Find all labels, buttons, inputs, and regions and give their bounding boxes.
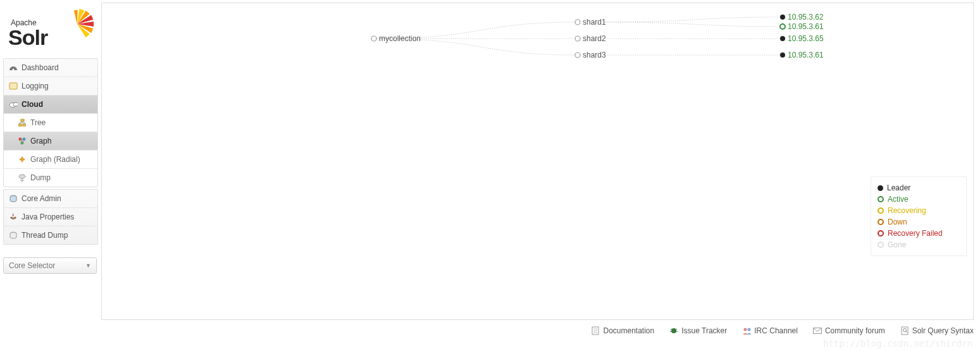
footer-label: Documentation [603,326,654,335]
sidebar-item-label: Thread Dump [22,231,68,240]
dump-icon [18,173,27,182]
logging-icon [9,82,18,90]
legend-label: Leader [887,183,910,192]
svg-point-17 [671,328,676,333]
sidebar-item-logging[interactable]: Logging [4,77,97,95]
footer-label: Issue Tracker [681,326,727,335]
recovering-dot-icon [878,207,884,214]
svg-point-3 [13,102,18,106]
graph-shard-label: shard3 [583,51,606,59]
sidebar-item-label: Graph [30,137,51,145]
graph-collection-node[interactable] [371,36,376,41]
sidebar-item-label: Tree [30,118,46,127]
core-selector-dropdown[interactable]: Core Selector ▼ [3,257,97,274]
sidebar-item-core-admin[interactable]: Core Admin [4,190,97,208]
svg-rect-1 [9,83,17,89]
sidebar-item-label: Dump [30,173,51,182]
graph-replica-node[interactable] [780,15,785,20]
cloud-icon [9,100,18,109]
java-icon [9,212,18,221]
down-dot-icon [878,219,884,225]
solr-logo[interactable]: Apache Solr [6,4,95,53]
legend-label: Recovering [888,206,926,215]
sidebar: Dashboard Logging Cloud Tree [3,58,98,274]
svg-rect-5 [18,124,22,126]
active-dot-icon [878,196,884,202]
svg-point-22 [744,328,747,331]
graph-shard-node[interactable] [575,52,580,58]
graph-replica-label: 10.95.3.62 [788,13,824,22]
sidebar-item-dashboard[interactable]: Dashboard [4,59,97,77]
graph-replica-node[interactable] [780,52,785,58]
svg-point-23 [748,328,751,331]
thread-icon [9,231,18,240]
footer-label: Solr Query Syntax [912,326,974,335]
footer-irc[interactable]: IRC Channel [742,326,798,335]
graph-shard-label: shard1 [583,18,606,27]
footer-issue-tracker[interactable]: Issue Tracker [669,326,727,335]
sidebar-sub-graph[interactable]: Graph [4,132,97,151]
sidebar-item-thread-dump[interactable]: Thread Dump [4,226,97,244]
graph-replica-label: 10.95.3.65 [788,34,824,43]
graph-replica-node[interactable] [780,24,785,29]
cloud-graph-panel: mycollection shard1 shard2 shard3 10.95.… [101,3,974,320]
sidebar-item-label: Logging [22,82,49,90]
gone-dot-icon [878,242,884,248]
sidebar-item-label: Core Admin [22,194,61,203]
graph-shard-node[interactable] [575,36,580,41]
core-admin-icon [9,194,18,203]
leader-dot-icon [878,185,883,191]
sun-icon [56,4,94,42]
sidebar-sub-tree[interactable]: Tree [4,114,97,132]
query-icon [900,326,909,335]
graph-legend: Leader Active Recovering Down Recovery F… [871,176,967,256]
graph-replica-node[interactable] [780,36,785,41]
mail-icon [813,326,822,335]
svg-rect-25 [902,327,908,335]
legend-label: Recovery Failed [888,229,943,238]
sidebar-item-label: Java Properties [22,212,74,221]
graph-icon [18,137,27,145]
watermark-text: http://blog.csdn.net/shirdrn [823,338,972,348]
svg-rect-6 [23,124,26,126]
sidebar-item-cloud[interactable]: Cloud [4,95,97,114]
graph-shard-label: shard2 [583,34,606,43]
people-icon [742,326,751,335]
graph-collection-label: mycollection [379,34,421,43]
legend-label: Active [888,195,909,204]
sidebar-item-label: Cloud [22,100,43,109]
sidebar-item-label: Dashboard [22,63,59,72]
dashboard-icon [9,63,18,72]
cluster-graph: mycollection shard1 shard2 shard3 10.95.… [102,3,973,319]
radial-icon [18,155,27,164]
graph-replica-label: 10.95.3.61 [788,51,824,59]
logo-solr-text: Solr [8,25,47,50]
graph-replica-label: 10.95.3.61 [788,22,824,31]
footer-label: IRC Channel [754,326,798,335]
recovery-failed-dot-icon [878,230,884,237]
legend-label: Down [888,218,907,226]
footer-documentation[interactable]: Documentation [591,326,654,335]
bug-icon [669,326,678,335]
core-selector-label: Core Selector [9,261,55,270]
doc-icon [591,326,600,335]
sidebar-item-label: Graph (Radial) [30,155,80,164]
footer-query-syntax[interactable]: Solr Query Syntax [900,326,974,335]
chevron-down-icon: ▼ [85,262,91,269]
footer-label: Community forum [825,326,885,335]
svg-point-0 [13,69,15,71]
graph-shard-node[interactable] [575,20,580,25]
sidebar-item-java-properties[interactable]: Java Properties [4,208,97,226]
footer-links: Documentation Issue Tracker IRC Channel … [101,323,974,339]
sidebar-sub-dump[interactable]: Dump [4,169,97,187]
footer-community-forum[interactable]: Community forum [813,326,885,335]
svg-rect-4 [21,119,24,121]
tree-icon [18,118,27,127]
sidebar-sub-radial[interactable]: Graph (Radial) [4,151,97,169]
legend-label: Gone [888,240,906,249]
